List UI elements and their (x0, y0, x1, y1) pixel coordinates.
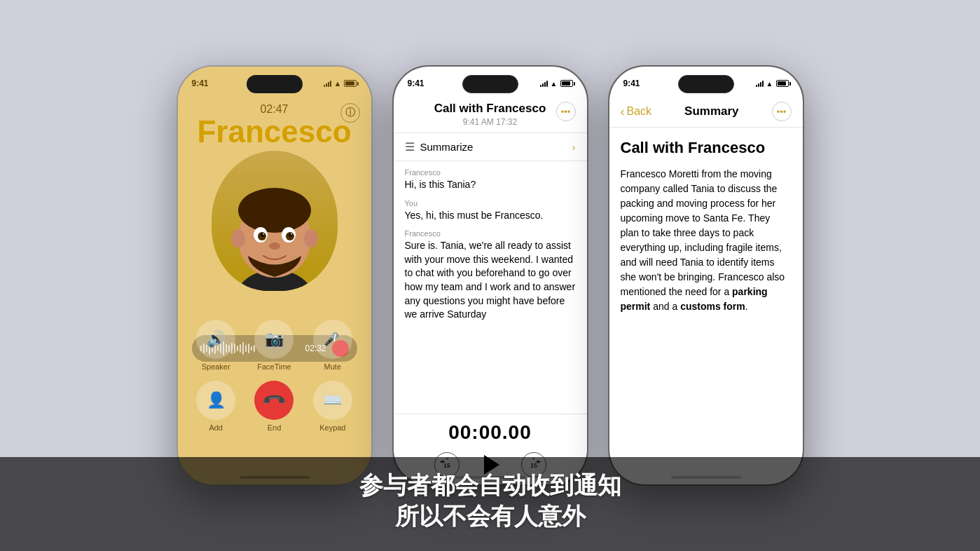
svg-point-4 (241, 189, 308, 222)
summarize-row[interactable]: ☰ Summarize › (394, 133, 587, 161)
keypad-label: Keypad (319, 423, 345, 432)
message-text-3: Sure is. Tania, we're all ready to assis… (405, 239, 576, 322)
speaker-button[interactable]: 🔊 Speaker (192, 320, 240, 371)
svg-point-13 (263, 233, 264, 235)
facetime-icon: 📷 (254, 320, 294, 359)
transcript-messages: Francesco Hi, is this Tania? You Yes, hi… (394, 161, 587, 414)
memoji-area (212, 151, 338, 305)
status-icons-1: ▲ (324, 79, 357, 88)
summary-body: Francesco Moretti from the moving compan… (621, 167, 792, 314)
signal-icon-1 (324, 80, 331, 87)
wifi-icon-3: ▲ (766, 80, 773, 88)
svg-point-15 (269, 243, 280, 250)
svg-point-5 (231, 229, 245, 247)
phone-3: 9:41 ▲ (608, 65, 804, 486)
keypad-icon: ⌨️ (313, 381, 352, 420)
mute-button[interactable]: 🎤/ Mute (308, 320, 357, 371)
svg-point-11 (261, 233, 264, 237)
signal-icon-2 (540, 80, 548, 87)
mute-icon: 🎤/ (313, 320, 352, 359)
call-buttons-grid: 🔊 Speaker 📷 FaceTime 🎤/ Mute 👤 Add (192, 320, 357, 432)
transcript-subtitle: 9:41 AM 17:32 (405, 117, 576, 127)
battery-icon-3 (776, 80, 789, 87)
phone-2-content: 9:41 ▲ Call with F (394, 67, 587, 484)
subtitle-line-1: 参与者都会自动收到通知 (28, 470, 952, 501)
svg-point-14 (291, 233, 292, 235)
message-1: Francesco Hi, is this Tania? (405, 168, 576, 192)
summarize-icon: ☰ (405, 140, 415, 154)
phone-2: 9:41 ▲ Call with F (392, 65, 588, 486)
message-2: You Yes, hi, this must be Francesco. (405, 199, 576, 223)
status-icons-2: ▲ (540, 80, 573, 88)
end-button[interactable]: 📞 End (250, 381, 298, 432)
sender-1: Francesco (405, 168, 576, 177)
end-call-icon: 📞 (247, 372, 302, 428)
svg-point-12 (289, 233, 292, 237)
summary-more-button[interactable]: ••• (772, 102, 792, 121)
nav-title: Summary (684, 104, 738, 118)
message-3: Francesco Sure is. Tania, we're all read… (405, 229, 576, 322)
phones-container: 9:41 ▲ ⓘ (177, 65, 804, 486)
wifi-icon-2: ▲ (551, 80, 558, 88)
main-container: 9:41 ▲ ⓘ (0, 0, 980, 551)
summarize-chevron: › (572, 142, 576, 153)
subtitle-overlay: 参与者都会自动收到通知 所以不会有人意外 (0, 457, 980, 551)
battery-icon-1 (344, 80, 357, 87)
summary-content: Call with Francesco Francesco Moretti fr… (609, 128, 803, 484)
speaker-icon: 🔊 (196, 320, 235, 359)
message-text-1: Hi, is this Tania? (405, 178, 576, 192)
add-label: Add (209, 423, 223, 432)
message-text-2: Yes, hi, this must be Francesco. (405, 209, 576, 223)
add-button[interactable]: 👤 Add (192, 381, 240, 432)
summarize-label: Summarize (420, 141, 567, 153)
playback-time: 00:00.00 (448, 421, 532, 444)
back-chevron-icon: ‹ (621, 104, 625, 119)
status-time-1: 9:41 (192, 79, 209, 88)
phone-3-content: 9:41 ▲ (609, 67, 803, 484)
speaker-label: Speaker (202, 362, 230, 371)
caller-name: Francesco (178, 114, 371, 149)
mute-label: Mute (324, 362, 341, 371)
wifi-icon-1: ▲ (334, 79, 342, 88)
end-label: End (268, 423, 282, 432)
back-label: Back (627, 105, 652, 118)
memoji-circle (212, 151, 338, 291)
status-time-3: 9:41 (623, 79, 640, 88)
phone-1-content: 9:41 ▲ ⓘ (178, 67, 371, 484)
summary-call-title: Call with Francesco (621, 139, 792, 157)
signal-icon-3 (756, 80, 764, 87)
battery-icon-2 (560, 80, 573, 87)
status-time-2: 9:41 (408, 79, 425, 88)
subtitle-line-2: 所以不会有人意外 (28, 501, 952, 531)
dynamic-island-2 (462, 75, 518, 93)
svg-point-6 (304, 229, 318, 247)
more-button[interactable]: ••• (556, 102, 576, 121)
back-button[interactable]: ‹ Back (621, 104, 652, 119)
memoji-svg (219, 158, 331, 291)
facetime-label: FaceTime (257, 362, 291, 371)
dynamic-island-3 (678, 75, 734, 93)
phone-1: 9:41 ▲ ⓘ (177, 65, 373, 486)
facetime-button[interactable]: 📷 FaceTime (250, 320, 298, 371)
dynamic-island-1 (247, 75, 303, 93)
sender-2: You (405, 199, 576, 208)
add-icon: 👤 (196, 381, 235, 420)
status-icons-3: ▲ (756, 80, 789, 88)
sender-3: Francesco (405, 229, 576, 238)
keypad-button[interactable]: ⌨️ Keypad (308, 381, 357, 432)
transcript-title: Call with Francesco (405, 102, 576, 116)
